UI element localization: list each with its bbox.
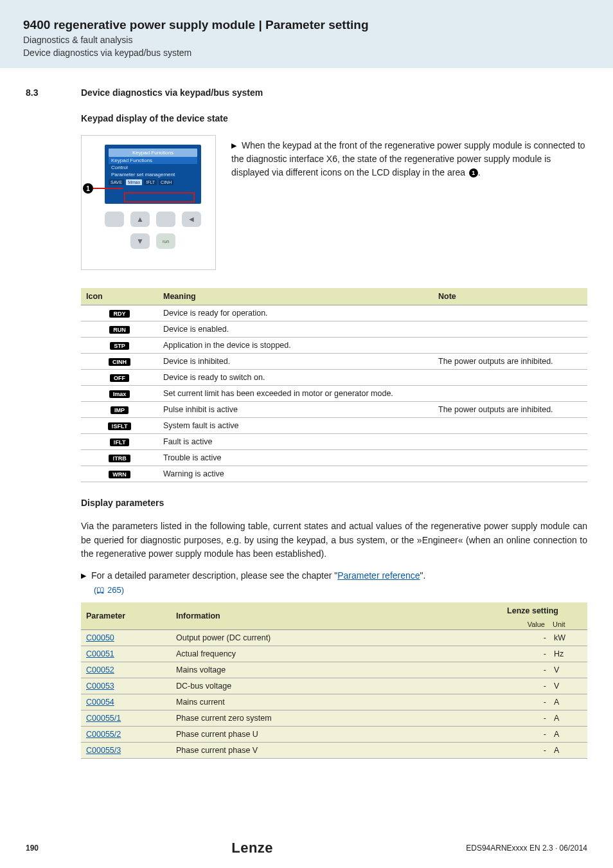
header-band: 9400 regenerative power supply module | … (0, 0, 613, 68)
note-cell (433, 418, 587, 434)
param-bullet: For a detailed parameter description, pl… (81, 569, 587, 583)
device-state-icon: WRN (109, 471, 130, 478)
status-chip: CINH (159, 179, 173, 185)
table-header-row: Icon Meaning Note (81, 288, 587, 305)
status-chip: !FLT (144, 179, 157, 185)
status-chip: Mmax (126, 179, 142, 185)
icon-cell: !SFLT (81, 418, 158, 434)
param-value-cell: - (478, 630, 549, 646)
meaning-cell: Fault is active (158, 434, 433, 450)
chevron-left-icon: ◄ (188, 215, 195, 224)
param-code-link[interactable]: C00053 (86, 682, 114, 691)
note-cell (433, 450, 587, 466)
keypad-button-down: ▼ (130, 233, 150, 249)
param-code-link[interactable]: C00055/3 (86, 746, 121, 755)
meaning-cell: Device is ready to switch on. (158, 370, 433, 386)
param-code-cell: C00055/2 (81, 727, 171, 743)
icon-cell: OFF (81, 370, 158, 386)
param-code-link[interactable]: C00054 (86, 698, 114, 707)
param-code-link[interactable]: C00055/2 (86, 730, 121, 739)
page-reference[interactable]: (🕮 265) (94, 585, 587, 595)
param-code-link[interactable]: C00055/1 (86, 714, 121, 723)
display-params-subhead: Display parameters (81, 498, 587, 508)
screen-title: Keypad Functions (109, 149, 197, 157)
value-subheader: Value (478, 619, 549, 630)
doc-sub1: Diagnostics & fault analysis (23, 35, 590, 45)
device-state-icon: !SFLT (108, 422, 132, 430)
param-value-cell: - (478, 727, 549, 743)
document-id: EDS94ARNExxxx EN 2.3 · 06/2014 (466, 844, 587, 853)
screen-line-3: Parameter set management (109, 171, 197, 178)
table-row: IMPPulse inhibit is activeThe power outp… (81, 402, 587, 418)
param-code-cell: C00053 (81, 678, 171, 694)
meaning-cell: Device is ready for operation. (158, 305, 433, 321)
device-state-icon: CINH (109, 358, 130, 366)
bullet-text-prefix: For a detailed parameter description, pl… (91, 570, 337, 581)
param-code-link[interactable]: C00050 (86, 633, 114, 642)
param-unit-cell: V (549, 678, 587, 694)
device-state-icon: Imax (109, 390, 130, 398)
device-state-icon: !FLT (110, 439, 130, 446)
icon-cell: RDY (81, 305, 158, 321)
note-cell (433, 466, 587, 482)
section-number: 8.3 (26, 87, 51, 98)
param-code-cell: C00055/3 (81, 743, 171, 759)
page-number: 190 (26, 844, 39, 853)
bullet-triangle-icon (231, 140, 242, 150)
param-code-cell: C00050 (81, 630, 171, 646)
keypad-description: When the keypad at the front of the rege… (231, 135, 587, 179)
keypad-desc-suffix: . (478, 167, 481, 177)
note-cell (433, 305, 587, 321)
chevron-up-icon: ▲ (136, 215, 144, 224)
meaning-cell: Application in the device is stopped. (158, 338, 433, 354)
keypad-button-left: ◄ (182, 212, 201, 227)
brand-logo: Lenze (231, 840, 273, 856)
param-table: Parameter Information Lenze setting Valu… (81, 602, 587, 759)
meaning-cell: Device is enabled. (158, 321, 433, 338)
table-row: C00051Actual frequency-Hz (81, 646, 587, 662)
param-info-cell: Output power (DC current) (171, 630, 478, 646)
param-info-cell: Mains current (171, 694, 478, 710)
table-row: C00055/2Phase current phase U-A (81, 727, 587, 743)
section-heading-row: 8.3 Device diagnostics via keypad/bus sy… (26, 87, 587, 98)
param-unit-cell: A (549, 743, 587, 759)
table-row: !SFLTSystem fault is active (81, 418, 587, 434)
table-row: RUNDevice is enabled. (81, 321, 587, 338)
param-info-cell: Actual frequency (171, 646, 478, 662)
device-state-icon: !TRB (109, 455, 130, 462)
inline-callout-number: 1 (469, 168, 478, 177)
param-code-link[interactable]: C00051 (86, 649, 114, 658)
meaning-col-header: Meaning (158, 288, 433, 305)
section-title: Device diagnostics via keypad/bus system (81, 87, 263, 98)
page-footer: 190 Lenze EDS94ARNExxxx EN 2.3 · 06/2014 (0, 840, 613, 856)
table-row: !FLTFault is active (81, 434, 587, 450)
callout-number: 1 (83, 183, 93, 194)
note-cell: The power outputs are inhibited. (433, 402, 587, 418)
screen-line-2: Control (109, 164, 197, 171)
lenze-col-header: Lenze setting (478, 602, 587, 619)
param-unit-cell: Hz (549, 646, 587, 662)
keypad-run-button: run (156, 233, 175, 249)
table-row: OFFDevice is ready to switch on. (81, 370, 587, 386)
icon-table: Icon Meaning Note RDYDevice is ready for… (81, 288, 587, 482)
note-cell (433, 338, 587, 354)
note-cell (433, 434, 587, 450)
icon-col-header: Icon (81, 288, 158, 305)
icon-cell: !FLT (81, 434, 158, 450)
param-value-cell: - (478, 710, 549, 727)
param-unit-cell: A (549, 694, 587, 710)
param-info-cell: Phase current zero system (171, 710, 478, 727)
callout-highlight-box (124, 192, 195, 203)
icon-cell: Imax (81, 386, 158, 402)
keypad-screen: Keypad Functions Keypad Functions Contro… (105, 145, 201, 204)
keypad-row: Keypad Functions Keypad Functions Contro… (81, 135, 587, 270)
param-value-cell: - (478, 743, 549, 759)
keypad-button (156, 212, 175, 227)
param-unit-cell: A (549, 727, 587, 743)
device-state-icon: OFF (110, 374, 129, 382)
table-row: STPApplication in the device is stopped. (81, 338, 587, 354)
param-info-cell: Mains voltage (171, 662, 478, 678)
param-code-link[interactable]: C00052 (86, 665, 114, 674)
device-state-icon: RUN (109, 326, 130, 334)
parameter-reference-link[interactable]: Parameter reference (337, 570, 420, 581)
